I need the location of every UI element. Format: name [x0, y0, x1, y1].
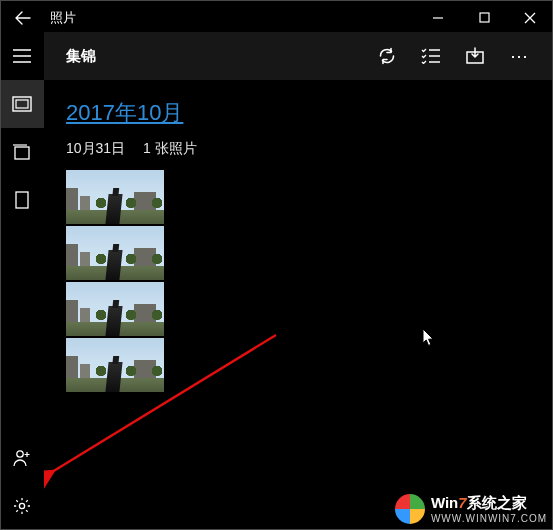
- photo-thumbnail[interactable]: [66, 338, 164, 392]
- titlebar: 照片: [0, 0, 553, 32]
- folders-icon: [14, 190, 30, 210]
- hamburger-button[interactable]: [0, 32, 44, 80]
- svg-point-5: [17, 451, 23, 457]
- main: 集锦 ⋯ 2017年10月 10月31日 1 张: [44, 32, 553, 530]
- maximize-icon: [479, 12, 490, 23]
- minimize-icon: [432, 12, 444, 24]
- photo-thumbnail[interactable]: [66, 282, 164, 336]
- close-button[interactable]: [507, 3, 553, 32]
- page-title: 集锦: [66, 47, 96, 66]
- svg-rect-4: [16, 192, 28, 208]
- content: 2017年10月 10月31日 1 张照片: [44, 80, 553, 530]
- sidebar-item-folders[interactable]: [0, 176, 44, 224]
- svg-rect-0: [480, 13, 489, 22]
- select-button[interactable]: [409, 32, 453, 80]
- svg-rect-2: [16, 100, 28, 108]
- back-button[interactable]: [0, 3, 46, 32]
- arrow-left-icon: [15, 10, 31, 26]
- group-header[interactable]: 2017年10月: [66, 98, 531, 128]
- sidebar-item-settings[interactable]: [0, 482, 44, 530]
- refresh-icon: [377, 46, 397, 66]
- photo-thumbnail[interactable]: [66, 226, 164, 280]
- close-icon: [524, 12, 536, 24]
- gear-icon: [13, 497, 31, 515]
- import-button[interactable]: [453, 32, 497, 80]
- person-add-icon: [12, 449, 32, 467]
- svg-rect-3: [15, 147, 29, 159]
- minimize-button[interactable]: [415, 3, 461, 32]
- sidebar: [0, 32, 44, 530]
- hamburger-icon: [13, 49, 31, 63]
- collection-icon: [12, 96, 32, 112]
- more-button[interactable]: ⋯: [497, 32, 541, 80]
- maximize-button[interactable]: [461, 3, 507, 32]
- select-icon: [421, 48, 441, 64]
- photo-thumbnail[interactable]: [66, 170, 164, 224]
- group-count: 1 张照片: [143, 140, 197, 156]
- app-title: 照片: [46, 9, 76, 27]
- sidebar-item-collection[interactable]: [0, 80, 44, 128]
- group-date: 10月31日: [66, 140, 125, 156]
- sidebar-item-albums[interactable]: [0, 128, 44, 176]
- sidebar-item-people[interactable]: [0, 434, 44, 482]
- svg-point-6: [19, 503, 24, 508]
- refresh-button[interactable]: [365, 32, 409, 80]
- thumbnail-grid: [66, 170, 164, 392]
- group-subheader: 10月31日 1 张照片: [66, 140, 531, 158]
- toolbar: 集锦 ⋯: [44, 32, 553, 80]
- more-icon: ⋯: [510, 45, 529, 67]
- import-icon: [465, 47, 485, 65]
- albums-icon: [12, 144, 32, 160]
